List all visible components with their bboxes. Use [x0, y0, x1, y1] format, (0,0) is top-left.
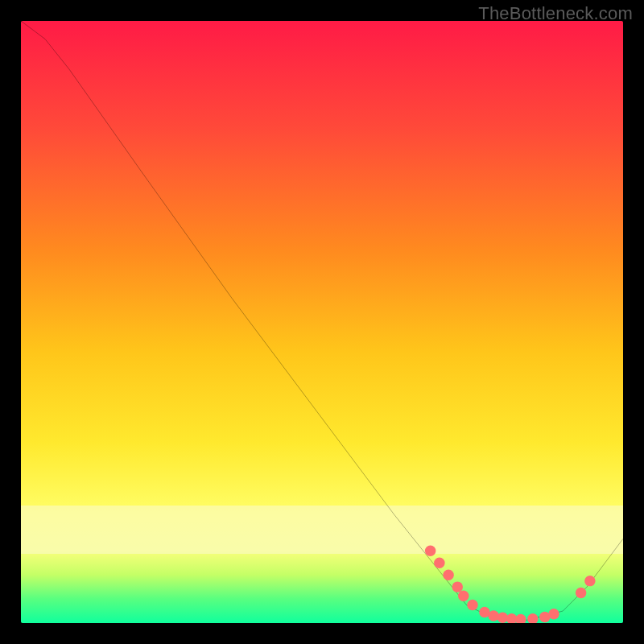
highlight-dot: [584, 576, 595, 586]
highlight-dot: [458, 591, 469, 601]
highlight-dot: [443, 569, 453, 580]
highlight-dot: [434, 557, 444, 568]
bottleneck-curve: [21, 21, 623, 620]
highlight-dot: [425, 546, 436, 556]
curve-svg: [21, 21, 623, 623]
highlight-dot: [515, 614, 526, 623]
highlight-dot: [576, 588, 586, 598]
highlight-dot: [488, 610, 498, 621]
highlight-dots: [425, 546, 596, 623]
plot-wrap: [21, 21, 623, 623]
watermark-text: TheBottleneck.com: [478, 3, 633, 24]
chart-frame: TheBottleneck.com: [0, 0, 644, 644]
highlight-dot: [527, 613, 538, 623]
highlight-dot: [452, 581, 463, 592]
highlight-dot: [548, 609, 559, 619]
highlight-dot: [467, 600, 477, 610]
plot-area: [21, 21, 623, 623]
